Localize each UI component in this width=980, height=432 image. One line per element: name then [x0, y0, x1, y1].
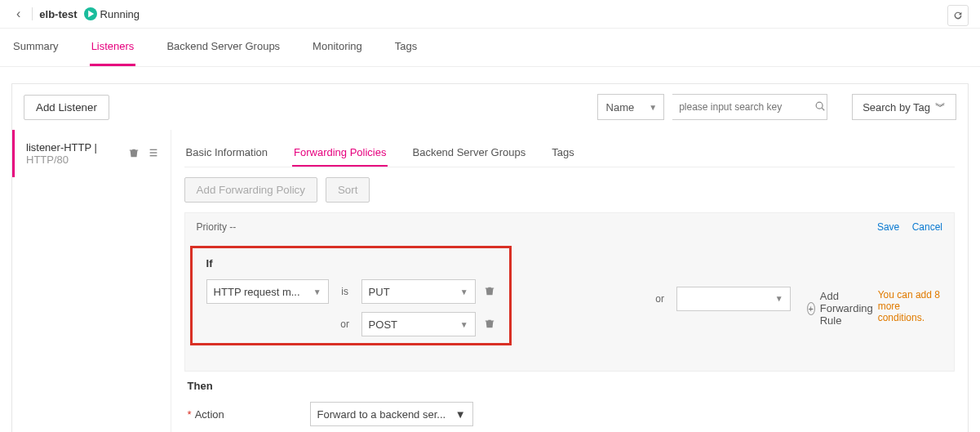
- add-rule-label: Add Forwarding Rule: [820, 290, 878, 327]
- value-select-2[interactable]: POST ▼: [361, 312, 476, 336]
- svg-line-2: [822, 108, 824, 110]
- action-label: *Action: [188, 408, 310, 421]
- rule-row-2: or POST ▼: [206, 312, 495, 336]
- search-by-tag-button[interactable]: Search by Tag ︾: [852, 94, 956, 120]
- required-star-icon: *: [188, 408, 192, 421]
- if-title: If: [206, 257, 495, 269]
- tab-listeners[interactable]: Listeners: [90, 29, 136, 66]
- main-tabs: Summary Listeners Backend Server Groups …: [0, 29, 980, 67]
- delete-condition-icon[interactable]: [484, 285, 495, 299]
- tab-tags[interactable]: Tags: [393, 29, 419, 66]
- tab-monitoring[interactable]: Monitoring: [311, 29, 364, 66]
- listener-name: listener-HTTP: [26, 141, 91, 154]
- add-forwarding-policy-button[interactable]: Add Forwarding Policy: [184, 177, 317, 203]
- listener-item[interactable]: listener-HTTP | HTTP/80: [12, 130, 171, 177]
- panel-toolbar: Add Listener Name ▼ Search by Tag ︾: [12, 84, 968, 130]
- then-section: Then *Action Forward to a backend ser...…: [184, 372, 955, 432]
- filter-field-select[interactable]: Name ▼: [597, 94, 665, 120]
- match-type-value: HTTP request m...: [214, 286, 300, 298]
- delete-condition-icon[interactable]: [484, 318, 495, 332]
- svg-rect-5: [149, 154, 157, 155]
- listeners-panel: Add Listener Name ▼ Search by Tag ︾: [11, 83, 969, 432]
- value-select-1[interactable]: PUT ▼: [361, 279, 476, 304]
- if-section: If HTTP request m... ▼ is PUT ▼: [197, 249, 505, 356]
- tab-summary[interactable]: Summary: [11, 29, 60, 66]
- subtab-basic-information[interactable]: Basic Information: [184, 140, 269, 167]
- then-title: Then: [188, 380, 951, 392]
- rule-row-3: or ▼: [521, 249, 791, 348]
- add-listener-button[interactable]: Add Listener: [24, 95, 109, 120]
- status-text: Running: [100, 8, 140, 20]
- operator-or-1: or: [337, 318, 353, 330]
- value-1: PUT: [369, 286, 390, 298]
- plus-circle-icon: +: [807, 302, 815, 315]
- action-value: Forward to a backend ser...: [317, 408, 446, 421]
- caret-down-icon: ▼: [455, 408, 466, 421]
- caret-down-icon: ▼: [642, 103, 663, 112]
- match-type-select[interactable]: HTTP request m... ▼: [206, 279, 329, 304]
- policy-actions: Add Forwarding Policy Sort: [184, 167, 955, 212]
- priority-label: Priority --: [197, 221, 237, 233]
- listener-protocol: HTTP/80: [26, 154, 69, 166]
- save-link[interactable]: Save: [877, 221, 899, 233]
- back-chevron-icon[interactable]: ‹: [11, 7, 25, 21]
- divider: [32, 7, 33, 20]
- subtab-tags[interactable]: Tags: [550, 140, 575, 167]
- add-forwarding-rule-button[interactable]: + Add Forwarding Rule: [807, 290, 878, 327]
- caret-down-icon: ▼: [460, 287, 468, 296]
- double-chevron-down-icon: ︾: [935, 100, 946, 114]
- cancel-link[interactable]: Cancel: [912, 221, 942, 233]
- workspace: Add Listener Name ▼ Search by Tag ︾: [0, 67, 980, 432]
- subtab-backend-server-groups[interactable]: Backend Server Groups: [410, 140, 527, 167]
- svg-rect-3: [149, 149, 157, 149]
- listener-detail: Basic Information Forwarding Policies Ba…: [171, 130, 968, 432]
- search-icon[interactable]: [808, 100, 832, 114]
- panel-body: listener-HTTP | HTTP/80: [12, 130, 968, 432]
- subtab-forwarding-policies[interactable]: Forwarding Policies: [292, 140, 388, 167]
- search-input-wrap: [672, 94, 827, 120]
- status-badge: Running: [84, 7, 140, 20]
- delete-listener-icon[interactable]: [128, 147, 140, 161]
- refresh-button[interactable]: [947, 5, 969, 26]
- caret-down-icon: ▼: [313, 287, 321, 296]
- listener-label: listener-HTTP | HTTP/80: [26, 141, 128, 166]
- operator-or-2: or: [652, 293, 668, 305]
- listener-separator: |: [95, 141, 97, 154]
- operator-is: is: [337, 286, 353, 297]
- play-icon: [84, 7, 97, 20]
- svg-point-1: [816, 102, 823, 109]
- conditions-hint: You can add 8 more conditions.: [878, 289, 942, 323]
- value-2: POST: [369, 318, 397, 331]
- search-by-tag-label: Search by Tag: [862, 101, 930, 114]
- filter-field-label: Name: [598, 101, 643, 114]
- rule-row-1: HTTP request m... ▼ is PUT ▼: [206, 279, 495, 304]
- then-action-row: *Action Forward to a backend ser... ▼: [188, 402, 951, 426]
- sort-button[interactable]: Sort: [326, 177, 370, 203]
- page-header: ‹ elb-test Running: [0, 0, 980, 29]
- search-input[interactable]: [672, 101, 808, 113]
- tab-backend-server-groups[interactable]: Backend Server Groups: [165, 29, 282, 66]
- value-select-3[interactable]: ▼: [676, 287, 791, 311]
- resource-name: elb-test: [39, 8, 77, 20]
- listener-menu-icon[interactable]: [148, 147, 159, 161]
- caret-down-icon: ▼: [460, 320, 468, 329]
- sub-tabs: Basic Information Forwarding Policies Ba…: [184, 130, 955, 167]
- policy-header: Priority -- Save Cancel: [184, 212, 955, 241]
- policy-body: If HTTP request m... ▼ is PUT ▼: [184, 241, 955, 372]
- svg-marker-0: [88, 11, 94, 17]
- action-select[interactable]: Forward to a backend ser... ▼: [310, 402, 473, 426]
- caret-down-icon: ▼: [775, 294, 783, 303]
- listener-list: listener-HTTP | HTTP/80: [12, 130, 171, 432]
- svg-rect-4: [149, 152, 157, 153]
